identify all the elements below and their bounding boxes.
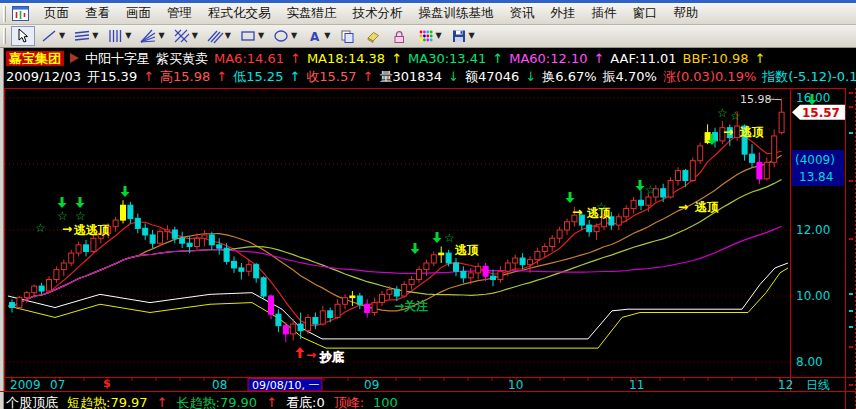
quote-panel: 嘉宝集团中阳十字星紫买黄卖MA6:14.61↑MA18:14.38↑MA30:1… (0, 48, 856, 88)
value-segment: ↑ (290, 51, 301, 66)
ellipse-tool[interactable]: ▼ (269, 26, 300, 46)
text-tool[interactable]: A▼ (302, 26, 333, 46)
value-segment: 看底:0 (286, 395, 325, 409)
candle-body (128, 205, 133, 218)
chart-area: ☆☆☆☆☆☆☆☆→逃逃顶→抄底→关注逃顶→逃顶→逃顶→逃顶15.98$09/08… (0, 88, 856, 409)
palette-tool[interactable]: ▼ (413, 26, 444, 46)
candle-body (779, 112, 784, 132)
menu-item-program-trading[interactable]: 程式化交易 (200, 3, 279, 22)
candle-body (513, 258, 518, 263)
candle-body (491, 276, 496, 279)
status-items: 个股顶底短趋热:79.97↑长趋热:79.90↑看底:0顶峰:100 (6, 395, 407, 409)
candle-body (550, 238, 555, 246)
rectangle-tool[interactable]: ▼ (236, 26, 267, 46)
dropdown-caret[interactable]: ▼ (291, 32, 297, 40)
eraser-tool[interactable] (361, 26, 385, 46)
signal-label: 逃顶 (694, 200, 719, 214)
signal-label: →关注 (394, 299, 428, 313)
copy-tool[interactable] (335, 26, 359, 46)
menu-item-view[interactable]: 查看 (77, 3, 118, 22)
save-tool[interactable]: ▼ (447, 26, 478, 46)
candle-body (135, 218, 140, 228)
candle-body (343, 298, 348, 305)
menu-item-live-hunting[interactable]: 实盘猎庄 (279, 3, 345, 22)
signal-label: → (572, 205, 582, 219)
child-window-icon[interactable] (12, 6, 30, 22)
dropdown-caret[interactable]: ▼ (324, 32, 330, 40)
candle-body (328, 311, 333, 318)
candle-body (468, 273, 473, 278)
value-segment: ↑ (266, 395, 277, 409)
tool-items: ▼▼▼▼▼▼▼▼A▼▼▼ (10, 26, 479, 46)
menubar-grip[interactable] (3, 6, 6, 22)
candle-body (431, 255, 436, 263)
candle-body (357, 296, 362, 304)
lock-tool[interactable] (387, 26, 411, 46)
gann-grid-tool[interactable]: ▼ (170, 26, 201, 46)
channel-tool[interactable]: ▼ (70, 26, 101, 46)
vertical-lines-tool[interactable]: ▼ (103, 26, 134, 46)
candle-body (757, 162, 762, 179)
candle-body (69, 253, 74, 263)
stock-name-badge[interactable]: 嘉宝集团 (6, 51, 64, 66)
signal-label: → (723, 125, 733, 139)
pointer-tool[interactable] (11, 26, 35, 46)
candle-body (276, 314, 281, 326)
value-segment: 收15.57 (306, 69, 356, 84)
dropdown-caret[interactable]: ▼ (435, 32, 441, 40)
period-label[interactable]: 日线 (806, 378, 830, 392)
x-axis-label: 10 (508, 378, 523, 392)
candle-body (380, 294, 385, 302)
indicator-value-2: 13.84 (799, 170, 833, 184)
dropdown-caret[interactable]: ▼ (92, 32, 98, 40)
candle-body (217, 245, 222, 248)
menu-item-manage[interactable]: 管理 (159, 3, 200, 22)
quote-line-2-values: 2009/12/03开15.39↑高15.98↑低15.25↑收15.57↑量3… (6, 69, 856, 84)
sell-arrow-icon (433, 232, 442, 243)
candle-body (32, 286, 37, 293)
candle-body (542, 247, 547, 252)
star-signal: ☆ (57, 209, 68, 223)
candle-body (616, 217, 621, 225)
menu-bar: 页面查看画面管理程式化交易实盘猎庄技术分析操盘训练基地资讯外挂插件窗口帮助 (0, 3, 856, 25)
candle-body (557, 230, 562, 238)
dropdown-caret[interactable]: ▼ (125, 32, 131, 40)
candle-body (535, 251, 540, 259)
value-segment: ↑ (391, 51, 402, 66)
menu-item-news[interactable]: 资讯 (502, 3, 543, 22)
candle-body (668, 181, 673, 198)
menu-item-technical-analysis[interactable]: 技术分析 (345, 3, 411, 22)
candle-body (587, 225, 592, 232)
menu-item-page[interactable]: 页面 (36, 3, 77, 22)
dropdown-caret[interactable]: ▼ (59, 32, 65, 40)
candle-body (565, 222, 570, 230)
value-segment: AAF:11.01 (610, 51, 676, 66)
menu-item-window[interactable]: 窗口 (625, 3, 666, 22)
value-segment: 换6.67% (542, 69, 596, 84)
candle-body (320, 311, 325, 324)
value-segment: ↓ (448, 69, 459, 84)
dropdown-caret[interactable]: ▼ (469, 32, 475, 40)
menu-items: 页面查看画面管理程式化交易实盘猎庄技术分析操盘训练基地资讯外挂插件窗口帮助 (36, 5, 707, 22)
indicator-value-1: (4009) (795, 153, 835, 167)
dropdown-caret[interactable]: ▼ (158, 32, 164, 40)
toolbar-grip[interactable] (3, 28, 6, 44)
menu-item-help[interactable]: 帮助 (666, 3, 707, 22)
dropdown-caret[interactable]: ▼ (258, 32, 264, 40)
candlestick-chart[interactable]: ☆☆☆☆☆☆☆☆→逃逃顶→抄底→关注逃顶→逃顶→逃顶→逃顶15.98$09/08… (0, 88, 856, 409)
line-tool[interactable]: ▼ (37, 26, 68, 46)
signal-label: → (678, 200, 688, 214)
menu-item-screen[interactable]: 画面 (118, 3, 159, 22)
candle-body (298, 324, 303, 331)
menu-item-plugins[interactable]: 插件 (584, 3, 625, 22)
dropdown-caret[interactable]: ▼ (192, 32, 198, 40)
menu-item-training-base[interactable]: 操盘训练基地 (411, 3, 502, 22)
dropdown-caret[interactable]: ▼ (225, 32, 231, 40)
menu-item-addons[interactable]: 外挂 (543, 3, 584, 22)
parallel-lines-tool[interactable]: ▼ (203, 26, 234, 46)
x-axis-label: 2009 (10, 378, 41, 392)
candle-body (121, 205, 126, 220)
fan-lines-tool[interactable]: ▼ (136, 26, 167, 46)
star-signal: ☆ (75, 209, 86, 223)
sell-arrow-icon (121, 186, 130, 197)
